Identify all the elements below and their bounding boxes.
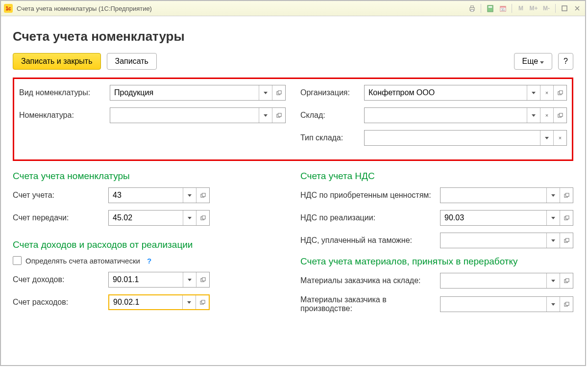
calendar-icon[interactable]: 31 [498, 3, 508, 13]
close-icon[interactable] [572, 3, 582, 13]
open-icon[interactable] [196, 210, 209, 225]
section-accounts: Счета учета номенклатуры [13, 171, 286, 182]
nomenclature-type-picker[interactable] [110, 85, 286, 101]
dropdown-icon[interactable] [546, 233, 560, 248]
organization-picker[interactable]: × [364, 85, 567, 101]
dropdown-icon[interactable] [546, 273, 560, 288]
more-button[interactable]: Еще [514, 53, 553, 70]
save-button[interactable]: Записать [107, 53, 157, 70]
help-hint-icon[interactable]: ? [147, 257, 151, 265]
warehouse-type-input[interactable] [365, 131, 540, 145]
chevron-down-icon [540, 57, 544, 66]
memory-m-icon[interactable]: M [516, 3, 526, 13]
materials-stock-picker[interactable] [440, 273, 573, 289]
dropdown-icon[interactable] [527, 85, 540, 100]
clear-icon[interactable]: × [540, 85, 553, 100]
vat-customs-picker[interactable] [440, 233, 573, 248]
organization-input[interactable] [365, 85, 527, 100]
expense-picker[interactable] [108, 294, 210, 310]
nomenclature-picker[interactable] [110, 107, 286, 123]
account-label: Счет учета: [13, 191, 108, 200]
open-icon[interactable] [553, 108, 566, 123]
warehouse-type-picker[interactable]: × [364, 130, 567, 146]
transfer-input[interactable] [109, 210, 183, 225]
account-picker[interactable] [108, 187, 210, 203]
dropdown-icon[interactable] [259, 108, 272, 123]
svg-rect-22 [202, 277, 205, 280]
materials-prod-input[interactable] [441, 297, 546, 312]
title-bar: 1c Счета учета номенклатуры (1С:Предприя… [1, 1, 585, 16]
transfer-picker[interactable] [108, 210, 210, 226]
calculator-icon[interactable] [485, 3, 495, 13]
dropdown-icon[interactable] [183, 188, 196, 203]
income-label: Счет доходов: [13, 275, 108, 284]
open-icon[interactable] [560, 273, 573, 288]
dropdown-icon[interactable] [527, 108, 540, 123]
svg-rect-4 [488, 6, 492, 7]
window-title: Счета учета номенклатуры (1С:Предприятие… [17, 5, 152, 12]
svg-rect-12 [278, 113, 281, 116]
transfer-label: Счет передачи: [13, 213, 108, 222]
vat-sales-picker[interactable] [440, 210, 573, 226]
open-icon[interactable] [196, 295, 209, 309]
open-icon[interactable] [553, 85, 566, 100]
section-sales: Счета доходов и расходов от реализации [13, 239, 286, 250]
open-icon[interactable] [196, 272, 209, 287]
materials-stock-input[interactable] [441, 273, 546, 288]
dropdown-icon[interactable] [546, 188, 560, 203]
section-vat: Счета учета НДС [300, 171, 573, 182]
svg-rect-14 [559, 90, 562, 93]
vat-purchased-input[interactable] [441, 188, 546, 203]
svg-rect-16 [559, 113, 562, 116]
open-icon[interactable] [560, 188, 573, 203]
vat-purchased-picker[interactable] [440, 187, 573, 203]
vat-sales-label: НДС по реализации: [300, 213, 440, 222]
nomenclature-type-input[interactable] [110, 85, 259, 100]
dropdown-icon[interactable] [183, 210, 196, 225]
svg-rect-20 [202, 215, 205, 218]
warehouse-input[interactable] [365, 108, 527, 123]
materials-prod-picker[interactable] [440, 296, 573, 312]
dropdown-icon[interactable] [546, 210, 560, 225]
vat-customs-input[interactable] [441, 233, 546, 248]
svg-rect-34 [565, 302, 568, 305]
open-icon[interactable] [560, 233, 573, 248]
open-icon[interactable] [560, 210, 573, 225]
open-icon[interactable] [196, 188, 209, 203]
svg-rect-1 [470, 5, 473, 7]
dropdown-icon[interactable] [540, 131, 553, 145]
save-and-close-button[interactable]: Записать и закрыть [13, 53, 101, 70]
income-input[interactable] [109, 272, 183, 287]
svg-rect-18 [202, 193, 205, 196]
nomenclature-label: Номенклатура: [19, 111, 110, 120]
open-icon[interactable] [560, 297, 573, 312]
clear-icon[interactable]: × [553, 131, 566, 145]
account-input[interactable] [109, 188, 183, 203]
warehouse-picker[interactable]: × [364, 107, 567, 123]
dropdown-icon[interactable] [546, 297, 560, 312]
svg-rect-2 [470, 9, 473, 11]
dropdown-icon[interactable] [183, 272, 196, 287]
warehouse-type-label: Тип склада: [300, 133, 364, 142]
memory-mplus-icon[interactable]: M+ [529, 3, 539, 13]
income-picker[interactable] [108, 272, 210, 288]
help-button[interactable]: ? [558, 53, 573, 70]
auto-accounts-checkbox[interactable] [13, 256, 22, 265]
vat-sales-input[interactable] [441, 210, 546, 225]
expense-input[interactable] [109, 295, 182, 309]
warehouse-label: Склад: [300, 111, 364, 120]
print-icon[interactable] [467, 3, 477, 13]
memory-mminus-icon[interactable]: M- [541, 3, 551, 13]
page-title: Счета учета номенклатуры [13, 29, 573, 44]
materials-prod-label: Материалы заказчика в производстве: [300, 295, 440, 313]
svg-rect-30 [565, 238, 568, 241]
clear-icon[interactable]: × [540, 108, 553, 123]
maximize-icon[interactable] [560, 3, 569, 13]
svg-rect-26 [565, 193, 568, 196]
dropdown-icon[interactable] [182, 295, 196, 309]
app-logo-icon: 1c [4, 4, 13, 13]
open-icon[interactable] [272, 108, 285, 123]
nomenclature-input[interactable] [110, 108, 259, 123]
open-icon[interactable] [272, 85, 285, 100]
dropdown-icon[interactable] [259, 85, 272, 100]
